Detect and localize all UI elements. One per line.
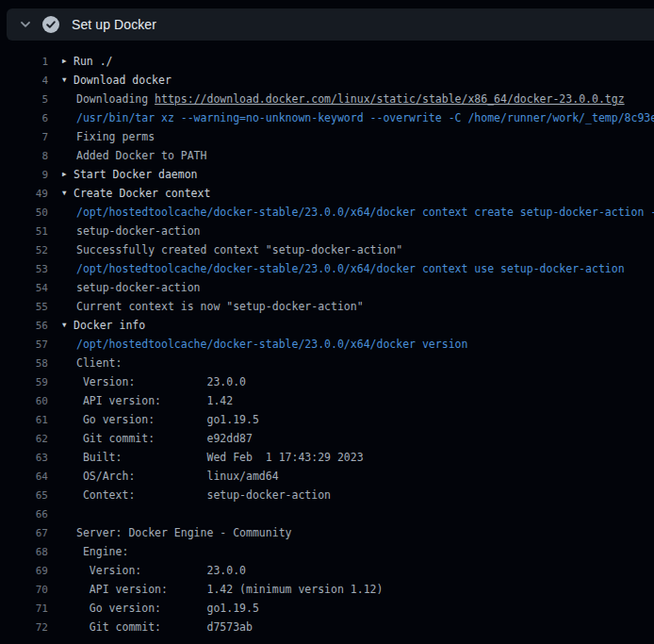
log-line: 66 (0, 504, 654, 523)
line-number[interactable]: 70 (0, 584, 48, 596)
log-line: 49▼Create Docker context (0, 184, 654, 203)
log-text: Server: Docker Engine - Community (76, 526, 291, 539)
log-line: 4▼Download docker (0, 71, 654, 90)
line-number[interactable]: 51 (0, 225, 48, 238)
log-text: Git commit: e92dd87 (76, 432, 253, 445)
log-text: Current context is now "setup-docker-act… (76, 300, 364, 313)
line-number[interactable]: 7 (0, 131, 48, 143)
log-line: 64 OS/Arch: linux/amd64 (0, 467, 654, 486)
line-number[interactable]: 53 (0, 263, 48, 275)
caret-down-icon[interactable]: ▼ (62, 322, 74, 329)
log-line: 54setup-docker-action (0, 278, 654, 297)
log-line: 58Client: (0, 354, 654, 372)
line-number[interactable]: 66 (0, 508, 48, 520)
line-number[interactable]: 72 (0, 621, 48, 634)
log-line: 51setup-docker-action (0, 222, 654, 240)
log-text: Downloading https://download.docker.com/… (76, 92, 625, 106)
command-text: /usr/bin/tar xz --warning=no-unknown-key… (76, 111, 654, 124)
log-line: 69 Version: 23.0.0 (0, 561, 654, 580)
log-text: Fixing perms (76, 130, 155, 143)
log-line: 65 Context: setup-docker-action (0, 486, 654, 504)
log-text: Added Docker to PATH (76, 149, 206, 162)
log-line: 67Server: Docker Engine - Community (0, 523, 654, 542)
log-text: setup-docker-action (76, 224, 201, 238)
log-text: API version: 1.42 (76, 394, 233, 407)
line-number[interactable]: 49 (0, 188, 48, 200)
line-number[interactable]: 68 (0, 546, 48, 558)
line-number[interactable]: 8 (0, 150, 48, 162)
log-line: 61 Go version: go1.19.5 (0, 410, 654, 429)
group-title[interactable]: Run ./ (74, 55, 113, 68)
line-number[interactable]: 69 (0, 565, 48, 577)
status-check-icon (42, 16, 59, 33)
line-number[interactable]: 9 (0, 169, 48, 181)
line-number[interactable]: 71 (0, 603, 48, 615)
line-number[interactable]: 60 (0, 395, 48, 407)
line-number[interactable]: 63 (0, 452, 48, 464)
line-number[interactable]: 67 (0, 527, 48, 539)
log-line: 62 Git commit: e92dd87 (0, 429, 654, 448)
log-text: OS/Arch: linux/amd64 (76, 470, 279, 483)
log-line: 7Fixing perms (0, 127, 654, 146)
line-number[interactable]: 1 (0, 56, 48, 68)
group-title[interactable]: Download docker (74, 74, 172, 87)
line-number[interactable]: 65 (0, 489, 48, 502)
log-line: 56▼Docker info (0, 316, 654, 335)
log-line: 60 API version: 1.42 (0, 391, 654, 410)
log-line: 70 API version: 1.42 (minimum version 1.… (0, 580, 654, 599)
line-number[interactable]: 5 (0, 93, 48, 106)
log-line: 53/opt/hostedtoolcache/docker-stable/23.… (0, 259, 654, 278)
log-console: 1▶Run ./4▼Download docker5Downloading ht… (0, 41, 654, 636)
log-line: 68 Engine: (0, 542, 654, 561)
line-number[interactable]: 52 (0, 244, 48, 256)
group-title[interactable]: Create Docker context (74, 187, 210, 200)
log-line: 72 Git commit: d7573ab (0, 618, 654, 636)
log-text: API version: 1.42 (minimum version 1.12) (76, 583, 383, 596)
line-number[interactable]: 64 (0, 471, 48, 483)
caret-down-icon[interactable]: ▼ (62, 190, 74, 197)
log-line: 6/usr/bin/tar xz --warning=no-unknown-ke… (0, 108, 654, 127)
command-text: /opt/hostedtoolcache/docker-stable/23.0.… (76, 206, 654, 219)
step-header[interactable]: Set up Docker (7, 8, 654, 41)
line-number[interactable]: 6 (0, 112, 48, 124)
log-line: 1▶Run ./ (0, 52, 654, 71)
log-link[interactable]: https://download.docker.com/linux/static… (155, 92, 625, 106)
log-text: Version: 23.0.0 (76, 375, 246, 388)
log-text: Engine: (76, 545, 128, 558)
command-text: /opt/hostedtoolcache/docker-stable/23.0.… (76, 262, 625, 275)
group-title[interactable]: Start Docker daemon (74, 168, 198, 181)
log-line: 50/opt/hostedtoolcache/docker-stable/23.… (0, 203, 654, 222)
log-lines: 1▶Run ./4▼Download docker5Downloading ht… (0, 52, 654, 636)
log-text: Client: (76, 356, 122, 370)
log-line: 57/opt/hostedtoolcache/docker-stable/23.… (0, 335, 654, 354)
line-number[interactable]: 61 (0, 414, 48, 426)
log-text: setup-docker-action (76, 281, 201, 294)
line-number[interactable]: 62 (0, 433, 48, 445)
line-number[interactable]: 58 (0, 357, 48, 370)
log-line: 55Current context is now "setup-docker-a… (0, 297, 654, 316)
caret-down-icon[interactable]: ▼ (62, 76, 74, 84)
line-number[interactable]: 59 (0, 376, 48, 388)
log-text: Go version: go1.19.5 (76, 413, 259, 426)
log-text: Git commit: d7573ab (76, 620, 253, 634)
line-number[interactable]: 56 (0, 320, 48, 332)
line-number[interactable]: 4 (0, 74, 48, 87)
line-number[interactable]: 57 (0, 339, 48, 351)
command-text: /opt/hostedtoolcache/docker-stable/23.0.… (76, 338, 467, 351)
group-title[interactable]: Docker info (74, 319, 145, 332)
log-text: Go version: go1.19.5 (76, 602, 259, 615)
log-line: 8Added Docker to PATH (0, 146, 654, 165)
log-line: 63 Built: Wed Feb 1 17:43:29 2023 (0, 448, 654, 467)
step-title: Set up Docker (72, 17, 156, 32)
line-number[interactable]: 54 (0, 282, 48, 294)
caret-right-icon[interactable]: ▶ (62, 58, 74, 65)
line-number[interactable]: 50 (0, 206, 48, 219)
log-line: 9▶Start Docker daemon (0, 165, 654, 184)
chevron-down-icon[interactable] (19, 18, 32, 31)
log-text: Version: 23.0.0 (76, 564, 246, 577)
caret-right-icon[interactable]: ▶ (62, 171, 74, 178)
log-line: 71 Go version: go1.19.5 (0, 599, 654, 618)
line-number[interactable]: 55 (0, 301, 48, 313)
log-text: Built: Wed Feb 1 17:43:29 2023 (76, 451, 364, 464)
log-text: Context: setup-docker-action (76, 488, 331, 502)
